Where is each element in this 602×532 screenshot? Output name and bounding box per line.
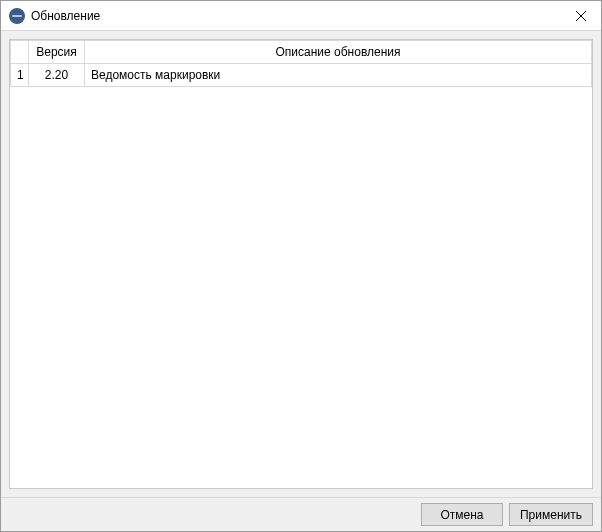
client-area: Версия Описание обновления 1 2.20 Ведомо… [1,31,601,497]
row-number: 1 [11,64,29,87]
update-dialog: Обновление Версия Описание обно [0,0,602,532]
titlebar: Обновление [1,1,601,31]
dialog-footer: Отмена Применить [1,497,601,531]
column-header-version[interactable]: Версия [29,41,85,64]
column-header-description[interactable]: Описание обновления [85,41,592,64]
table-row[interactable]: 1 2.20 Ведомость маркировки [11,64,592,87]
app-icon [9,8,25,24]
close-icon [576,11,586,21]
cancel-button[interactable]: Отмена [421,503,503,526]
apply-button[interactable]: Применить [509,503,593,526]
close-button[interactable] [561,1,601,31]
cell-description: Ведомость маркировки [85,64,592,87]
grid-empty-area [10,87,592,488]
column-header-rownum[interactable] [11,41,29,64]
cell-version: 2.20 [29,64,85,87]
window-title: Обновление [31,9,561,23]
updates-grid[interactable]: Версия Описание обновления 1 2.20 Ведомо… [9,39,593,489]
